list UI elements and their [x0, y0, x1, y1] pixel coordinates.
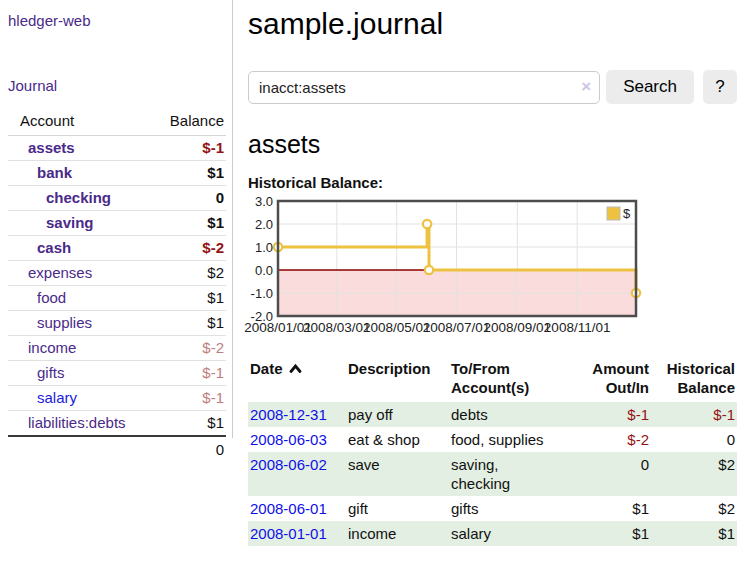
svg-text:2008/05/01: 2008/05/01 — [363, 320, 431, 335]
account-row: liabilities:debts$1 — [8, 411, 226, 437]
account-row: assets$-1 — [8, 136, 226, 161]
account-row: food$1 — [8, 286, 226, 311]
transaction-amount: $1 — [579, 521, 651, 546]
svg-text:2008/03/01: 2008/03/01 — [303, 320, 371, 335]
transaction-amount: 0 — [579, 452, 651, 496]
account-row: saving$1 — [8, 211, 226, 236]
account-row: bank$1 — [8, 161, 226, 186]
account-link-salary[interactable]: salary — [37, 389, 77, 406]
register-row: 2008-06-02savesaving, checking0$2 — [248, 452, 737, 496]
clear-search-icon[interactable]: × — [581, 76, 591, 98]
account-link-checking[interactable]: checking — [46, 189, 111, 206]
svg-text:1.0: 1.0 — [255, 240, 273, 255]
transaction-balance: $2 — [651, 452, 737, 496]
account-row: gifts$-1 — [8, 361, 226, 386]
transaction-accounts: salary — [449, 521, 579, 546]
register-row: 2008-06-01giftgifts$1$2 — [248, 496, 737, 521]
account-row: income$-2 — [8, 336, 226, 361]
account-link-liabilities-debts[interactable]: liabilities:debts — [28, 414, 126, 431]
transaction-description: pay off — [346, 402, 449, 427]
svg-text:0.0: 0.0 — [255, 263, 273, 278]
svg-text:2008/01/01: 2008/01/01 — [244, 320, 312, 335]
account-balance: $-2 — [155, 236, 226, 261]
accounts-header-balance: Balance — [155, 108, 226, 136]
search-button[interactable]: Search — [606, 70, 694, 104]
account-link-cash[interactable]: cash — [37, 239, 71, 256]
svg-text:2008/07/01: 2008/07/01 — [423, 320, 491, 335]
data-point-marker — [425, 266, 433, 274]
account-link-income[interactable]: income — [28, 339, 76, 356]
account-row: supplies$1 — [8, 311, 226, 336]
svg-text:2008/11/01: 2008/11/01 — [544, 320, 611, 335]
register-header-date[interactable]: Date — [248, 357, 346, 402]
account-balance: 0 — [155, 186, 226, 211]
legend-label: $ — [623, 206, 631, 221]
account-link-bank[interactable]: bank — [37, 164, 72, 181]
account-row: cash$-2 — [8, 236, 226, 261]
register-header-row: DateDescriptionTo/FromAccount(s)AmountOu… — [248, 357, 737, 402]
account-row: checking0 — [8, 186, 226, 211]
search-input-wrap: × — [248, 71, 600, 104]
chart-label: Historical Balance: — [248, 174, 737, 191]
transaction-accounts: debts — [449, 402, 579, 427]
account-link-assets[interactable]: assets — [28, 139, 75, 156]
page-title: sample.journal — [248, 6, 737, 42]
transaction-date-link[interactable]: 2008-01-01 — [250, 525, 327, 542]
transaction-balance: 0 — [651, 427, 737, 452]
account-balance: $-1 — [155, 386, 226, 411]
sort-ascending-icon — [289, 364, 302, 373]
historical-balance-chart: 3.02.01.00.0-1.0-2.02008/01/012008/03/01… — [248, 197, 688, 339]
account-balance: $1 — [155, 211, 226, 236]
accounts-header-account: Account — [8, 108, 155, 136]
register-row: 2008-06-03eat & shopfood, supplies$-20 — [248, 427, 737, 452]
svg-text:-1.0: -1.0 — [251, 286, 273, 301]
register-table: DateDescriptionTo/FromAccount(s)AmountOu… — [248, 357, 737, 546]
account-balance: $1 — [155, 286, 226, 311]
data-point-marker — [423, 220, 431, 228]
search-input[interactable] — [248, 71, 600, 104]
accounts-total-value: 0 — [155, 436, 226, 463]
account-heading: assets — [248, 128, 737, 160]
register-row: 2008-12-31pay offdebts$-1$-1 — [248, 402, 737, 427]
transaction-description: gift — [346, 496, 449, 521]
sidebar: hledger-web Journal Account Balance asse… — [0, 0, 233, 438]
account-balance: $1 — [155, 411, 226, 437]
account-link-supplies[interactable]: supplies — [37, 314, 92, 331]
transaction-amount: $1 — [579, 496, 651, 521]
svg-text:3.0: 3.0 — [255, 194, 273, 209]
transaction-date-link[interactable]: 2008-12-31 — [250, 406, 327, 423]
transaction-date-link[interactable]: 2008-06-01 — [250, 500, 327, 517]
transaction-accounts: saving, checking — [449, 452, 579, 496]
register-header-amount-out-in: AmountOut/In — [579, 357, 651, 402]
account-balance: $2 — [155, 261, 226, 286]
transaction-balance: $1 — [651, 521, 737, 546]
account-link-expenses[interactable]: expenses — [28, 264, 92, 281]
main-content: sample.journal × Search ? assets Histori… — [248, 0, 737, 546]
transaction-description: eat & shop — [346, 427, 449, 452]
svg-text:2.0: 2.0 — [255, 217, 273, 232]
accounts-table: Account Balance assets$-1bank$1checking0… — [8, 108, 226, 463]
transaction-date-link[interactable]: 2008-06-03 — [250, 431, 327, 448]
svg-text:2008/09/01: 2008/09/01 — [484, 320, 552, 335]
account-balance: $-2 — [155, 336, 226, 361]
transaction-balance: $-1 — [651, 402, 737, 427]
transaction-balance: $2 — [651, 496, 737, 521]
account-row: expenses$2 — [8, 261, 226, 286]
register-header-to-from-accounts: To/FromAccount(s) — [449, 357, 579, 402]
account-link-gifts[interactable]: gifts — [37, 364, 65, 381]
register-header-description: Description — [346, 357, 449, 402]
help-button[interactable]: ? — [703, 70, 737, 104]
app-brand-link[interactable]: hledger-web — [8, 12, 226, 29]
transaction-accounts: gifts — [449, 496, 579, 521]
transaction-amount: $-2 — [579, 427, 651, 452]
account-link-saving[interactable]: saving — [46, 214, 94, 231]
sidebar-item-journal[interactable]: Journal — [8, 77, 226, 94]
transaction-amount: $-1 — [579, 402, 651, 427]
legend-swatch — [607, 207, 620, 220]
accounts-total-row: 0 — [8, 436, 226, 463]
transaction-description: income — [346, 521, 449, 546]
transaction-date-link[interactable]: 2008-06-02 — [250, 456, 327, 473]
account-row: salary$-1 — [8, 386, 226, 411]
account-link-food[interactable]: food — [37, 289, 66, 306]
search-bar: × Search ? — [248, 70, 737, 104]
